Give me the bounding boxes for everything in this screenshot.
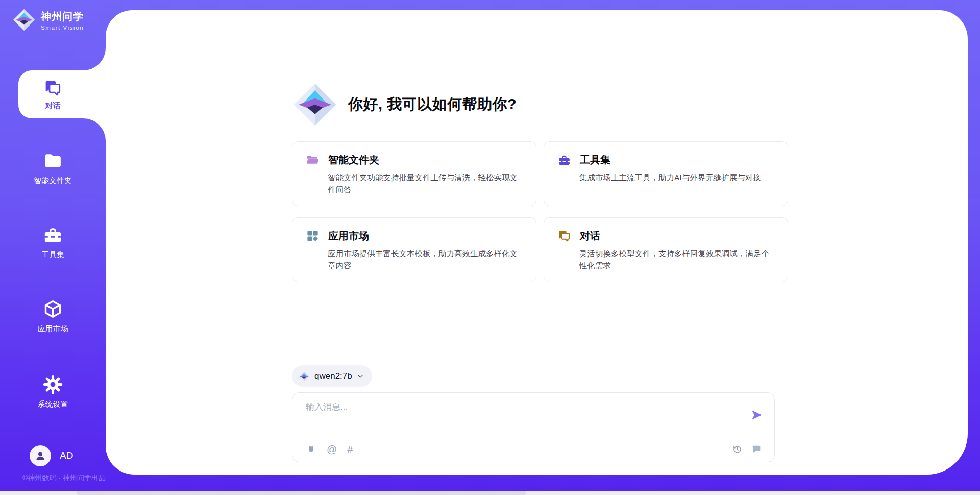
card-chat[interactable]: 对话 灵活切换多模型文件，支持多样回复效果调试，满足个性化需求	[544, 217, 788, 282]
avatar	[30, 445, 51, 466]
toolbox-icon	[42, 225, 63, 245]
cube-icon	[42, 299, 63, 319]
sidebar-item-label: 工具集	[41, 250, 64, 260]
composer-toolbar: @ #	[306, 441, 353, 457]
sidebar-item-smart-folder[interactable]: 智能文件夹	[0, 151, 106, 186]
composer-divider	[292, 437, 774, 437]
brand-diamond-icon	[12, 8, 36, 32]
model-name: qwen2:7b	[314, 371, 352, 381]
market-grid-icon	[306, 229, 320, 243]
active-tab-fillet-bottom	[83, 118, 106, 141]
scrollbar-thumb[interactable]	[77, 491, 526, 495]
sidebar-footer-text: ©神州数码 · 神州问学出品	[22, 474, 106, 483]
card-description: 智能文件夹功能支持批量文件上传与清洗，轻松实现文件问答	[328, 171, 523, 196]
sidebar-item-settings[interactable]: 系统设置	[0, 374, 106, 409]
model-diamond-icon	[298, 370, 310, 382]
card-description: 灵活切换多模型文件，支持多样回复效果调试，满足个性化需求	[579, 247, 774, 273]
horizontal-scrollbar[interactable]	[0, 491, 980, 495]
card-title: 工具集	[580, 153, 610, 167]
sidebar-item-app-market[interactable]: 应用市场	[0, 299, 106, 334]
sidebar-item-label: 对话	[45, 101, 61, 111]
paperclip-icon	[306, 444, 316, 455]
at-icon: @	[327, 444, 337, 454]
user-initials: AD	[60, 450, 73, 461]
card-app-market[interactable]: 应用市场 应用市场提供丰富长文本模板，助力高效生成多样化文章内容	[292, 217, 536, 282]
sidebar-item-label: 应用市场	[38, 324, 68, 334]
card-description: 集成市场上主流工具，助力AI与外界无缝扩展与对接	[579, 171, 774, 184]
message-composer: @ #	[292, 392, 775, 462]
greeting-diamond-icon	[292, 82, 338, 128]
card-title: 应用市场	[328, 229, 369, 243]
sidebar-item-toolset[interactable]: 工具集	[0, 225, 106, 260]
toolbox-icon	[557, 153, 571, 167]
gear-icon	[42, 374, 63, 395]
attach-file-button[interactable]	[306, 444, 316, 455]
greeting-text: 你好, 我可以如何帮助你?	[348, 94, 517, 115]
model-selector[interactable]: qwen2:7b	[292, 365, 372, 387]
person-icon	[34, 450, 46, 462]
card-title: 对话	[580, 229, 600, 243]
card-smart-folder[interactable]: 智能文件夹 智能文件夹功能支持批量文件上传与清洗，轻松实现文件问答	[292, 141, 536, 206]
composer-toolbar-right	[731, 441, 762, 457]
history-icon	[731, 443, 743, 455]
history-button[interactable]	[731, 443, 743, 455]
app-root: 神州问学 Smart Vision 对话 智能文件夹 工具集 应用市场 系统设置…	[0, 0, 980, 495]
sidebar-item-label: 智能文件夹	[34, 176, 72, 186]
send-icon	[750, 409, 763, 422]
folder-open-icon	[306, 153, 320, 167]
user-account[interactable]: AD	[30, 445, 73, 466]
active-tab-fillet-top	[83, 48, 106, 70]
brand-subtitle: Smart Vision	[41, 24, 84, 31]
topic-button[interactable]: #	[347, 444, 353, 454]
send-button[interactable]	[750, 408, 763, 422]
hash-icon: #	[347, 444, 353, 454]
greeting: 你好, 我可以如何帮助你?	[292, 82, 517, 128]
chevron-down-icon	[357, 373, 364, 380]
card-toolset[interactable]: 工具集 集成市场上主流工具，助力AI与外界无缝扩展与对接	[544, 141, 788, 206]
main-panel: 你好, 我可以如何帮助你? 智能文件夹 智能文件夹功能支持批量文件上传与清洗，轻…	[106, 10, 968, 475]
card-description: 应用市场提供丰富长文本模板，助力高效生成多样化文章内容	[328, 247, 523, 273]
chat-icon	[43, 79, 62, 97]
message-input[interactable]	[306, 401, 739, 431]
brand-logo: 神州问学 Smart Vision	[12, 8, 84, 32]
sidebar-item-label: 系统设置	[38, 400, 68, 409]
folder-icon	[42, 151, 63, 171]
chat-icon	[557, 229, 571, 243]
mention-button[interactable]: @	[327, 444, 337, 454]
new-chat-button[interactable]	[751, 443, 762, 455]
chat-filled-icon	[751, 443, 762, 455]
card-title: 智能文件夹	[328, 153, 379, 167]
sidebar-item-chat[interactable]: 对话	[18, 70, 106, 118]
shortcut-cards: 智能文件夹 智能文件夹功能支持批量文件上传与清洗，轻松实现文件问答 工具集 集成…	[292, 141, 775, 282]
brand-name: 神州问学	[41, 10, 84, 23]
